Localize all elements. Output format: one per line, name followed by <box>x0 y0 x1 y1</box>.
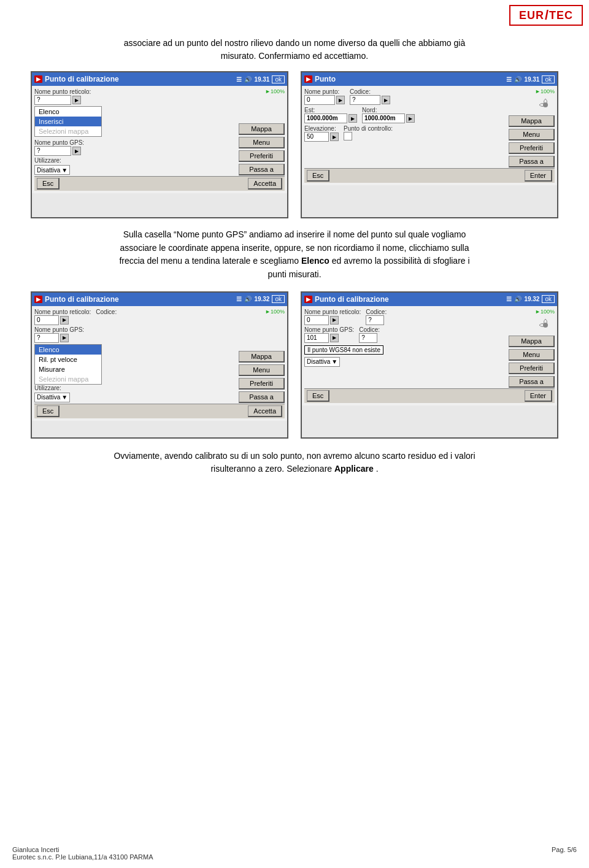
nretic-box-3[interactable]: 0 <box>34 315 59 325</box>
ngps-arrow-4[interactable]: ▶ <box>330 334 339 342</box>
est-arrow-2[interactable]: ▶ <box>348 114 357 123</box>
input4-codice2: ? <box>359 333 380 343</box>
utilizzare-arrow-3: ▼ <box>61 394 67 401</box>
dropdown-misurare-3[interactable]: Misurare <box>35 364 101 374</box>
col3-nretic: Nome punto reticolo: 0 ▶ <box>34 309 91 325</box>
titlebar-icons-3: ☰ 🔊 19.32 ok <box>236 295 285 303</box>
titlebar-icons-4: ☰ 🔊 19.32 ok <box>506 295 555 303</box>
field-utilizzare-1: Utilizzare: Disattiva ▼ <box>34 157 209 175</box>
enter-btn-4[interactable]: Enter <box>525 390 552 402</box>
side-mappa-4[interactable]: Mappa <box>509 336 555 347</box>
dropdown-elenco-1[interactable]: Elenco <box>35 107 101 117</box>
nome-punto-arrow-2[interactable]: ▶ <box>336 96 345 104</box>
enter-btn-2[interactable]: Enter <box>525 170 552 182</box>
ngps-arrow-3[interactable]: ▶ <box>60 334 69 342</box>
nretic-arrow-4[interactable]: ▶ <box>330 316 339 325</box>
col-codice: Codice: ? ▶ <box>350 88 390 105</box>
accetta-btn-3[interactable]: Accetta <box>248 405 282 417</box>
codice-arrow-2[interactable]: ▶ <box>382 96 390 104</box>
logo-text: EUR <box>519 9 544 22</box>
est-box-2[interactable]: 1000.000m <box>304 113 347 123</box>
dropdown-container-3: Elenco Ril. pt veloce Misurare Selezioni… <box>34 344 209 385</box>
field3-ngps: Nome punto GPS: ? ▶ <box>34 326 209 343</box>
footer-left: Gianluca Incerti Eurotec s.n.c. P.le Lub… <box>12 846 153 861</box>
codice-box-2[interactable]: ? <box>350 95 380 105</box>
field-nome-reticolo-1: Nome punto reticolo: ? ▶ <box>34 88 209 105</box>
ok-btn-1[interactable]: ok <box>272 75 285 83</box>
utilizzare-val-4: Disattiva <box>307 358 330 365</box>
pct-4: ►100% <box>535 309 555 315</box>
input4-nretic: 0 ▶ <box>304 315 361 325</box>
esc-btn-3[interactable]: Esc <box>37 405 60 417</box>
input3-ngps: ? ▶ <box>34 333 209 343</box>
screen-body-1: Nome punto reticolo: ? ▶ Elenco Inserisc… <box>32 86 287 193</box>
utilizzare-select-4[interactable]: Disattiva ▼ <box>304 357 340 367</box>
nretic-arrow-3[interactable]: ▶ <box>60 316 69 325</box>
label-nord-2: Nord: <box>362 107 415 113</box>
accetta-btn-1[interactable]: Accetta <box>248 178 282 190</box>
nome-gps-box-1[interactable]: ? <box>34 146 71 156</box>
logo-box: EUR / TEC <box>509 5 583 26</box>
esc-btn-4[interactable]: Esc <box>307 390 329 402</box>
label4-codice2: Codice: <box>359 326 380 333</box>
row4-ngps-codice2: Nome punto GPS: 101 ▶ Codice: ? <box>304 326 479 343</box>
codice2-box-4[interactable]: ? <box>359 333 377 343</box>
input4-codice: ? <box>366 315 387 325</box>
ngps-box-4[interactable]: 101 <box>304 333 329 343</box>
side-preferiti-4[interactable]: Preferiti <box>509 363 555 374</box>
reticolo-arrow-1[interactable]: ▶ <box>72 96 81 104</box>
nretic-box-4[interactable]: 0 <box>304 315 329 325</box>
dropdown-rilpt-3[interactable]: Ril. pt veloce <box>35 355 101 364</box>
time-2: 19.31 <box>524 76 539 83</box>
ok-btn-3[interactable]: ok <box>272 295 285 303</box>
side-mappa-1[interactable]: Mappa <box>239 123 285 135</box>
esc-btn-1[interactable]: Esc <box>37 178 60 190</box>
side-menu-2[interactable]: Menu <box>509 129 555 140</box>
ptctrl-checkbox-2[interactable] <box>344 132 352 140</box>
nord-arrow-2[interactable]: ▶ <box>406 114 415 123</box>
esc-btn-2[interactable]: Esc <box>307 170 329 182</box>
input-nord-2: 1000.000m ▶ <box>362 113 415 123</box>
signal-icon-4: ☰ <box>506 296 512 302</box>
nome-reticolo-box-1[interactable]: ? <box>34 95 71 105</box>
ok-btn-4[interactable]: ok <box>542 295 555 303</box>
ngps-box-3[interactable]: ? <box>34 333 59 343</box>
label3-codice: Codice: <box>96 309 117 315</box>
gps-arrow-1[interactable]: ▶ <box>72 147 81 155</box>
mid-bold: Elenco <box>301 256 329 266</box>
side-mappa-2[interactable]: Mappa <box>509 115 555 127</box>
elev-arrow-2[interactable]: ▶ <box>330 133 339 141</box>
codice-box-4[interactable]: ? <box>366 315 384 325</box>
dropdown-selezioni-3: Selezioni mappa <box>35 374 101 384</box>
utilizzare-select-1[interactable]: Disattiva ▼ <box>34 165 70 175</box>
ok-btn-2[interactable]: ok <box>542 75 555 83</box>
side-passa-3[interactable]: Passa a <box>239 391 285 403</box>
bottom-bar-3: Esc Accetta <box>34 404 285 418</box>
titlebar-2: ▶ Punto ☰ 🔊 19.31 ok <box>302 72 557 86</box>
side-passa-2[interactable]: Passa a <box>509 156 555 167</box>
utilizzare-row-1: Disattiva ▼ <box>34 165 209 175</box>
side-preferiti-2[interactable]: Preferiti <box>509 142 555 154</box>
nord-box-2[interactable]: 1000.000m <box>362 113 405 123</box>
side-preferiti-3[interactable]: Preferiti <box>239 378 285 390</box>
mid-line1: Sulla casella “Nome punto GPS” andiamo a… <box>123 229 466 239</box>
bottom-line3: . <box>374 464 379 474</box>
gps-signal-icon-4 <box>536 316 555 334</box>
side-passa-4[interactable]: Passa a <box>509 376 555 388</box>
pct-3: ►100% <box>265 309 285 315</box>
side-menu-1[interactable]: Menu <box>239 137 285 148</box>
input-nome-gps-1: ? ▶ <box>34 146 209 156</box>
dropdown-inserisci-1[interactable]: Inserisci <box>35 117 101 126</box>
side-preferiti-1[interactable]: Preferiti <box>239 150 285 162</box>
battery-icon-2: 🔊 <box>514 76 522 83</box>
side-passa-1[interactable]: Passa a <box>239 164 285 175</box>
gps-svg-4 <box>536 316 555 334</box>
side-menu-4[interactable]: Menu <box>509 349 555 361</box>
utilizzare-select-3[interactable]: Disattiva ▼ <box>34 393 70 402</box>
nome-punto-box-2[interactable]: 0 <box>304 95 335 105</box>
elev-box-2[interactable]: 50 <box>304 132 329 142</box>
dropdown-elenco-3[interactable]: Elenco <box>35 345 101 355</box>
side-mappa-3[interactable]: Mappa <box>239 351 285 363</box>
row3-nretic-codice: Nome punto reticolo: 0 ▶ Codice: <box>34 309 209 325</box>
side-menu-3[interactable]: Menu <box>239 364 285 376</box>
